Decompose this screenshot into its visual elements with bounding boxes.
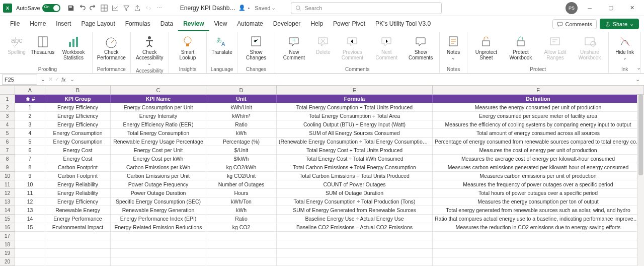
qat-chart-icon[interactable] <box>110 3 121 14</box>
vertical-scrollbar[interactable] <box>637 95 644 266</box>
cell[interactable]: Carbon Footprint <box>45 172 111 180</box>
table-header-cell[interactable]: Formula <box>277 95 433 103</box>
select-all-corner[interactable] <box>0 86 15 94</box>
cell[interactable]: 3 <box>15 120 45 128</box>
close-button[interactable]: ✕ <box>623 1 641 15</box>
column-header[interactable]: C <box>111 86 206 94</box>
redo-button[interactable] <box>88 3 99 14</box>
cell[interactable]: kg CO2 <box>206 223 277 231</box>
cell[interactable]: Energy consumed per square meter of faci… <box>433 112 644 120</box>
tab-home[interactable]: Home <box>25 17 51 31</box>
row-header[interactable]: 5 <box>0 129 15 138</box>
cell[interactable]: Ratio that compares actual energy use to… <box>433 215 644 223</box>
home-icon[interactable]: # <box>15 95 45 103</box>
cell[interactable]: kWh <box>206 206 277 214</box>
cell[interactable]: Total Energy Consumption ÷ Total Area <box>277 112 433 120</box>
cell[interactable]: Total Energy Consumption ÷ Total Product… <box>277 197 433 206</box>
show-changes-button[interactable]: Show Changes <box>240 33 272 61</box>
cell[interactable] <box>111 249 206 257</box>
row-header[interactable]: 2 <box>0 103 15 112</box>
cell[interactable] <box>111 257 206 265</box>
cell[interactable]: Energy-Related Emission Reductions <box>111 223 206 231</box>
thesaurus-button[interactable]: Thesaurus <box>30 33 55 56</box>
tab-page-layout[interactable]: Page Layout <box>76 17 120 31</box>
tab-file[interactable]: File <box>5 17 25 31</box>
cell[interactable]: kWh/Ton <box>206 197 277 206</box>
row-header[interactable]: 16 <box>0 223 15 232</box>
cell[interactable]: Energy Cost <box>45 146 111 154</box>
table-header-cell[interactable]: Unit <box>206 95 277 103</box>
cell[interactable]: (Renewable Energy Consumption ÷ Total En… <box>277 138 433 146</box>
cell[interactable]: Measures the cost of energy per unit of … <box>433 146 644 154</box>
scrollbar-thumb[interactable] <box>638 95 643 175</box>
cell[interactable]: Energy Efficiency Ratio (EER) <box>111 120 206 128</box>
cell[interactable]: Baseline CO2 Emissions – Actual CO2 Emis… <box>277 223 433 231</box>
fx-dropdown-icon[interactable]: ⌄ <box>70 76 74 83</box>
column-header[interactable]: E <box>277 86 433 94</box>
share-button[interactable]: Share ⌄ <box>600 19 639 29</box>
cell[interactable]: kg CO2/kWh <box>206 163 277 171</box>
check-performance-button[interactable]: Check Performance <box>96 33 127 61</box>
avatar[interactable]: PS <box>566 2 578 14</box>
saved-dropdown-icon[interactable]: ⌄ <box>271 5 276 11</box>
cell[interactable] <box>433 240 644 248</box>
cell[interactable]: Energy Cost per Unit <box>111 146 206 154</box>
row-header[interactable]: 1 <box>0 95 15 103</box>
cell[interactable]: Total Energy Cost ÷ Total kWh Consumed <box>277 155 433 163</box>
cell[interactable] <box>433 257 644 265</box>
cell[interactable] <box>15 232 45 240</box>
tab-pk-s-utility-tool-v3-0[interactable]: PK's Utility Tool V3.0 <box>370 17 436 31</box>
row-header[interactable]: 10 <box>0 172 15 180</box>
cell[interactable] <box>206 232 277 240</box>
table-header-cell[interactable]: Definition <box>433 95 644 103</box>
cell[interactable] <box>15 249 45 257</box>
cell[interactable] <box>277 240 433 248</box>
row-header[interactable]: 12 <box>0 189 15 197</box>
cell[interactable]: 13 <box>15 206 45 214</box>
table-header-cell[interactable]: KPI Name <box>111 95 206 103</box>
cell[interactable] <box>15 240 45 248</box>
cell[interactable]: 4 <box>15 129 45 137</box>
cell[interactable]: Hours <box>206 189 277 197</box>
column-header[interactable]: F <box>433 86 644 94</box>
column-header[interactable]: D <box>206 86 277 94</box>
row-header[interactable]: 17 <box>0 232 15 240</box>
cell[interactable]: Measures carbon emissions generated per … <box>433 163 644 171</box>
cell[interactable]: 7 <box>15 155 45 163</box>
tab-review[interactable]: Review <box>178 17 209 31</box>
cell[interactable]: Carbon Emissions per kWh <box>111 163 206 171</box>
cell[interactable]: Measures the reduction in CO2 emissions … <box>433 223 644 231</box>
formula-input[interactable] <box>76 75 633 85</box>
tab-power-pivot[interactable]: Power Pivot <box>328 17 370 31</box>
row-header[interactable]: 20 <box>0 257 15 266</box>
protect-workbook-button[interactable]: Protect Workbook <box>505 33 537 61</box>
cell[interactable] <box>433 232 644 240</box>
cell[interactable]: Energy Efficiency <box>45 120 111 128</box>
cell[interactable]: Total Carbon Emissions ÷ Total Units Pro… <box>277 172 433 180</box>
new-comment-button[interactable]: +New Comment <box>278 33 309 61</box>
tab-automate[interactable]: Automate <box>232 17 268 31</box>
cell[interactable]: kWh/Unit <box>206 103 277 111</box>
cell[interactable]: 5 <box>15 138 45 146</box>
cell[interactable]: 6 <box>15 146 45 154</box>
undo-button[interactable] <box>76 3 88 14</box>
accept-formula-icon[interactable]: ✓ <box>55 76 59 83</box>
cell[interactable] <box>45 240 111 248</box>
cell[interactable]: Measures the energy consumption per ton … <box>433 197 644 206</box>
qat-customize-dropdown[interactable]: ⋯ <box>154 3 165 14</box>
cell[interactable]: Renewable Energy Generation <box>111 206 206 214</box>
tab-formulas[interactable]: Formulas <box>120 17 155 31</box>
cell[interactable]: Measures the frequency of power outages … <box>433 180 644 188</box>
cancel-formula-icon[interactable]: ✕ <box>48 76 53 83</box>
cell[interactable]: Energy Intensity <box>111 112 206 120</box>
save-button[interactable] <box>65 3 76 14</box>
cell[interactable] <box>45 249 111 257</box>
cell[interactable]: SUM of Energy Generated from Renewable S… <box>277 206 433 214</box>
cell[interactable]: Measures the efficiency of cooling syste… <box>433 120 644 128</box>
qat-filter-icon[interactable] <box>121 3 132 14</box>
cell[interactable]: Carbon Footprint <box>45 163 111 171</box>
cell[interactable]: 11 <box>15 189 45 197</box>
row-header[interactable]: 15 <box>0 215 15 223</box>
fx-button[interactable]: fx <box>61 77 66 83</box>
cell[interactable]: Measures the average cost of energy per … <box>433 155 644 163</box>
